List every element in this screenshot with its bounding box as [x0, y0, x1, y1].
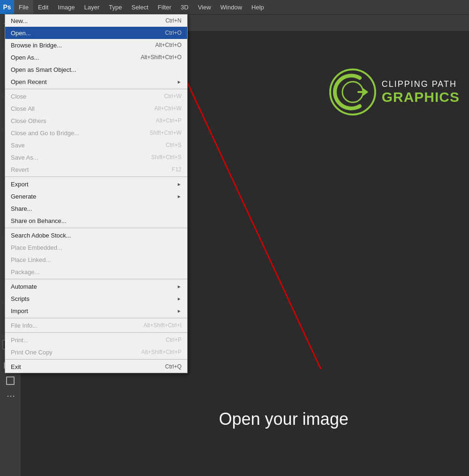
menu-item-new[interactable]: New... Ctrl+N [5, 15, 187, 27]
menu-file[interactable]: File [14, 0, 33, 14]
menu-item-open-recent-label: Open Recent [11, 78, 47, 85]
menu-item-share[interactable]: Share... [5, 202, 187, 215]
menu-item-open-label: Open... [11, 30, 31, 37]
menu-item-place-linked-label: Place Linked... [11, 256, 51, 263]
menu-item-share-label: Share... [11, 205, 32, 212]
menu-item-browse-bridge[interactable]: Browse in Bridge... Alt+Ctrl+O [5, 39, 187, 51]
svg-rect-4 [7, 377, 14, 384]
menu-type[interactable]: Type [104, 0, 127, 14]
menu-window[interactable]: Window [216, 0, 247, 14]
menu-filter[interactable]: Filter [153, 0, 176, 14]
logo-icon [329, 69, 376, 115]
logo-area: CLIPPING PATH GRAPHICS [329, 69, 460, 115]
menu-item-close: Close Ctrl+W [5, 90, 187, 102]
menu-edit[interactable]: Edit [33, 0, 53, 14]
ps-app-icon: Ps [0, 0, 14, 14]
menu-item-scripts-label: Scripts [11, 295, 30, 302]
separator-3 [5, 228, 187, 228]
menu-item-export[interactable]: Export ► [5, 178, 187, 190]
menu-item-exit-label: Exit [11, 363, 21, 370]
menu-item-close-bridge: Close and Go to Bridge... Shift+Ctrl+W [5, 127, 187, 139]
separator-1 [5, 89, 187, 89]
menu-item-generate[interactable]: Generate ► [5, 190, 187, 202]
menu-item-place-embedded-label: Place Embedded... [11, 244, 62, 251]
menu-item-automate-label: Automate [11, 283, 37, 290]
menu-item-export-label: Export [11, 181, 29, 188]
canvas-main-text: Open your image [219, 409, 348, 429]
menu-item-close-bridge-shortcut: Shift+Ctrl+W [150, 130, 182, 136]
menu-item-close-label: Close [11, 93, 26, 100]
separator-2 [5, 177, 187, 177]
menu-item-place-embedded: Place Embedded... [5, 241, 187, 253]
logo-bottom-text: GRAPHICS [382, 89, 460, 105]
import-arrow: ► [177, 308, 182, 314]
menu-item-share-behance-label: Share on Behance... [11, 217, 67, 224]
menu-item-close-others-label: Close Others [11, 117, 46, 124]
tool-screen-mode[interactable] [2, 374, 19, 388]
file-dropdown-menu: New... Ctrl+N Open... Ctrl+O Browse in B… [5, 14, 188, 373]
separator-6 [5, 332, 187, 333]
menu-item-open-smart-label: Open as Smart Object... [11, 66, 76, 73]
menu-item-save-shortcut: Ctrl+S [166, 142, 182, 148]
menu-item-save-as-shortcut: Shift+Ctrl+S [151, 154, 182, 161]
menu-item-import-label: Import [11, 307, 28, 315]
menu-layer[interactable]: Layer [80, 0, 105, 14]
menu-item-open-as-label: Open As... [11, 54, 39, 61]
menu-item-print-one-shortcut: Alt+Shift+Ctrl+P [141, 349, 182, 355]
menu-item-new-shortcut: Ctrl+N [166, 17, 182, 24]
menu-item-automate[interactable]: Automate ► [5, 280, 187, 292]
menu-item-open-smart[interactable]: Open as Smart Object... [5, 63, 187, 76]
menu-item-adobe-stock-label: Search Adobe Stock... [11, 232, 71, 239]
menu-item-file-info-shortcut: Alt+Shift+Ctrl+I [144, 322, 182, 329]
separator-4 [5, 279, 187, 279]
menu-item-exit-shortcut: Ctrl+Q [165, 363, 182, 370]
menu-help[interactable]: Help [247, 0, 269, 14]
menu-item-save-label: Save [11, 142, 25, 149]
menu-item-place-linked: Place Linked... [5, 253, 187, 266]
menu-item-revert-label: Revert [11, 166, 29, 173]
menu-item-print-shortcut: Ctrl+P [166, 337, 182, 343]
separator-7 [5, 359, 187, 360]
menu-item-open-recent[interactable]: Open Recent ► [5, 76, 187, 88]
menu-item-open[interactable]: Open... Ctrl+O [5, 27, 187, 39]
menu-item-print-one-label: Print One Copy [11, 349, 53, 356]
menu-item-browse-bridge-shortcut: Alt+Ctrl+O [155, 42, 182, 48]
menu-item-scripts[interactable]: Scripts ► [5, 292, 187, 305]
scripts-arrow: ► [177, 296, 182, 301]
menu-item-file-info-label: File Info... [11, 322, 38, 329]
generate-arrow: ► [177, 194, 182, 199]
automate-arrow: ► [177, 284, 182, 289]
menu-item-print: Print... Ctrl+P [5, 334, 187, 346]
menu-item-save: Save Ctrl+S [5, 139, 187, 151]
menu-item-print-label: Print... [11, 337, 29, 344]
menu-item-revert: Revert F12 [5, 163, 187, 176]
menu-item-open-as[interactable]: Open As... Alt+Shift+Ctrl+O [5, 51, 187, 63]
menu-item-open-as-shortcut: Alt+Shift+Ctrl+O [141, 54, 182, 61]
menu-item-close-all-label: Close All [11, 105, 35, 112]
menu-3d[interactable]: 3D [176, 0, 193, 14]
menu-image[interactable]: Image [53, 0, 79, 14]
menu-select[interactable]: Select [127, 0, 153, 14]
export-arrow: ► [177, 182, 182, 187]
menu-view[interactable]: View [193, 0, 216, 14]
menu-item-browse-bridge-label: Browse in Bridge... [11, 42, 62, 49]
menu-item-adobe-stock[interactable]: Search Adobe Stock... [5, 229, 187, 241]
menu-item-new-label: New... [11, 17, 28, 24]
menu-item-close-others-shortcut: Alt+Ctrl+P [156, 117, 182, 124]
menu-item-revert-shortcut: F12 [172, 166, 182, 173]
menu-item-close-all-shortcut: Alt+Ctrl+W [154, 105, 182, 112]
tool-more[interactable]: ⋯ [2, 389, 19, 403]
menu-item-close-bridge-label: Close and Go to Bridge... [11, 130, 79, 137]
menu-item-import[interactable]: Import ► [5, 305, 187, 317]
menubar: Ps File Edit Image Layer Type Select Fil… [0, 0, 469, 14]
logo-text: CLIPPING PATH GRAPHICS [382, 79, 460, 105]
separator-5 [5, 318, 187, 318]
menu-item-close-all: Close All Alt+Ctrl+W [5, 102, 187, 115]
menu-item-open-shortcut: Ctrl+O [165, 30, 182, 36]
open-recent-arrow: ► [177, 79, 182, 84]
svg-line-5 [175, 57, 321, 369]
menu-item-share-behance[interactable]: Share on Behance... [5, 215, 187, 227]
menu-item-close-others: Close Others Alt+Ctrl+P [5, 115, 187, 127]
menu-item-generate-label: Generate [11, 193, 36, 200]
menu-item-exit[interactable]: Exit Ctrl+Q [5, 361, 187, 373]
